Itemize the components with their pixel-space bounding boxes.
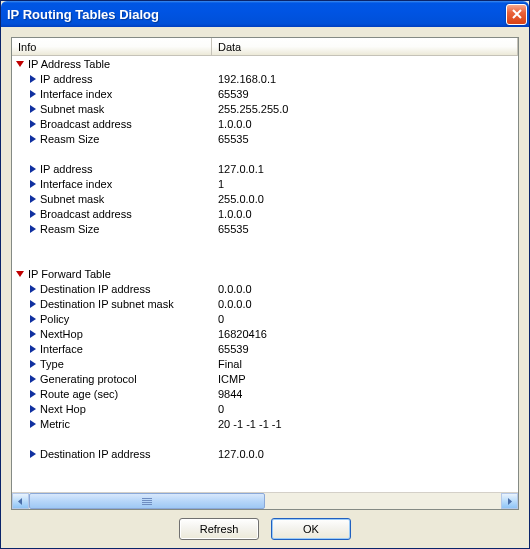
tree-item-label: Route age (sec) [40,388,118,400]
tree-item-label: IP Address Table [28,58,110,70]
tree-leaf-icon [30,285,36,293]
tree-group[interactable]: IP Forward Table [12,266,518,281]
tree-item[interactable]: Policy0 [12,311,518,326]
button-row: Refresh OK [11,516,519,540]
client-area: Info Data IP Address TableIP address192.… [1,27,529,548]
tree-item-value: 0.0.0.0 [212,298,518,310]
tree-item-value: 1.0.0.0 [212,208,518,220]
tree-item-label: Subnet mask [40,193,104,205]
column-header-data[interactable]: Data [212,38,518,55]
tree-item-label: IP address [40,73,92,85]
table-panel: Info Data IP Address TableIP address192.… [11,37,519,510]
tree-item-value: 127.0.0.0 [212,448,518,460]
tree-item[interactable]: Interface65539 [12,341,518,356]
tree-leaf-icon [30,390,36,398]
tree-leaf-icon [30,75,36,83]
tree-leaf-icon [30,360,36,368]
expand-open-icon[interactable] [16,271,24,277]
tree-item-value: ICMP [212,373,518,385]
column-header-info[interactable]: Info [12,38,212,55]
close-button[interactable] [506,4,527,25]
tree-item-info: Type [12,358,212,370]
tree-item[interactable]: NextHop16820416 [12,326,518,341]
scroll-right-button[interactable] [501,493,518,509]
scroll-left-button[interactable] [12,493,29,509]
tree-leaf-icon [30,210,36,218]
tree-item[interactable]: Next Hop0 [12,401,518,416]
tree-group[interactable]: IP Address Table [12,56,518,71]
tree-item[interactable]: Interface index65539 [12,86,518,101]
tree-item-value: 0.0.0.0 [212,283,518,295]
tree-item-label: Reasm Size [40,133,99,145]
tree-leaf-icon [30,90,36,98]
tree-item-info: Destination IP subnet mask [12,298,212,310]
scrollbar-track[interactable] [29,493,501,509]
tree-item-value: 20 -1 -1 -1 -1 [212,418,518,430]
titlebar[interactable]: IP Routing Tables Dialog [1,1,529,27]
tree-item-info: IP address [12,163,212,175]
tree-item[interactable]: Destination IP address0.0.0.0 [12,281,518,296]
tree-item-info: NextHop [12,328,212,340]
tree-item-label: Broadcast address [40,208,132,220]
chevron-left-icon [17,495,24,507]
tree-item-label: Reasm Size [40,223,99,235]
tree-item[interactable]: Route age (sec)9844 [12,386,518,401]
tree-leaf-icon [30,330,36,338]
horizontal-scrollbar[interactable] [12,492,518,509]
tree-item[interactable]: IP address127.0.0.1 [12,161,518,176]
tree-leaf-icon [30,195,36,203]
tree-item-value: 9844 [212,388,518,400]
scrollbar-grip-icon [142,498,152,505]
tree-item-info: IP address [12,73,212,85]
tree-item-label: Broadcast address [40,118,132,130]
tree-item-info: Metric [12,418,212,430]
tree-item[interactable]: IP address192.168.0.1 [12,71,518,86]
tree-item[interactable]: Metric20 -1 -1 -1 -1 [12,416,518,431]
scrollbar-thumb[interactable] [29,493,265,509]
tree-item-label: Metric [40,418,70,430]
tree-item[interactable]: Subnet mask255.255.255.0 [12,101,518,116]
tree-item-value: 0 [212,313,518,325]
tree-leaf-icon [30,375,36,383]
tree-item[interactable]: Broadcast address1.0.0.0 [12,116,518,131]
tree-item[interactable]: TypeFinal [12,356,518,371]
tree-item-label: Next Hop [40,403,86,415]
tree-item[interactable]: Generating protocolICMP [12,371,518,386]
window-title: IP Routing Tables Dialog [7,7,506,22]
tree-item-value: 127.0.0.1 [212,163,518,175]
tree-item[interactable]: Interface index1 [12,176,518,191]
tree-item[interactable]: Reasm Size65535 [12,131,518,146]
tree-item-value: 65535 [212,133,518,145]
expand-open-icon[interactable] [16,61,24,67]
ok-button[interactable]: OK [271,518,351,540]
tree-item-label: Destination IP address [40,283,150,295]
tree-item-info: Next Hop [12,403,212,415]
tree-leaf-icon [30,405,36,413]
close-icon [512,7,522,22]
tree-item-info: Subnet mask [12,103,212,115]
refresh-button[interactable]: Refresh [179,518,259,540]
tree-item[interactable]: Destination IP address127.0.0.0 [12,446,518,461]
tree-item-info: Generating protocol [12,373,212,385]
tree-item[interactable]: Subnet mask255.0.0.0 [12,191,518,206]
tree-item-value: 255.0.0.0 [212,193,518,205]
tree-leaf-icon [30,180,36,188]
tree-item-label: NextHop [40,328,83,340]
tree-leaf-icon [30,300,36,308]
tree-item-value: 1.0.0.0 [212,118,518,130]
tree-item-label: Interface index [40,88,112,100]
tree-item-value: 192.168.0.1 [212,73,518,85]
tree-blank-row [12,236,518,251]
tree-view[interactable]: IP Address TableIP address192.168.0.1Int… [12,56,518,492]
tree-item-value: 65535 [212,223,518,235]
tree-item[interactable]: Broadcast address1.0.0.0 [12,206,518,221]
tree-item-label: Policy [40,313,69,325]
chevron-right-icon [506,495,513,507]
tree-item[interactable]: Reasm Size65535 [12,221,518,236]
tree-blank-row [12,146,518,161]
tree-item-info: IP Forward Table [12,268,212,280]
tree-item[interactable]: Destination IP subnet mask0.0.0.0 [12,296,518,311]
tree-leaf-icon [30,315,36,323]
tree-blank-row [12,431,518,446]
tree-leaf-icon [30,225,36,233]
